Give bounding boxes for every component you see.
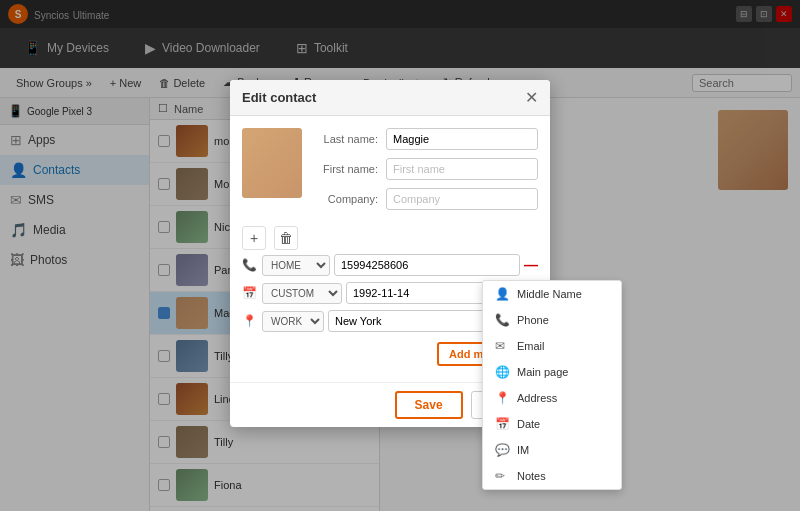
im-icon: 💬: [495, 443, 509, 457]
first-name-row: First name:: [314, 158, 538, 180]
add-field-button[interactable]: +: [242, 226, 266, 250]
address-icon: 📍: [495, 391, 509, 405]
main-page-icon: 🌐: [495, 365, 509, 379]
dropdown-item-middle-name[interactable]: 👤 Middle Name: [483, 281, 621, 307]
dropdown-item-email[interactable]: ✉ Email: [483, 333, 621, 359]
dialog-close-button[interactable]: ✕: [525, 88, 538, 107]
phone-field-row: 📞 HOMEWORKMOBILE —: [242, 254, 538, 276]
dropdown-item-main-page[interactable]: 🌐 Main page: [483, 359, 621, 385]
dropdown-item-phone[interactable]: 📞 Phone: [483, 307, 621, 333]
dialog-header: Edit contact ✕: [230, 80, 550, 116]
last-name-row: Last name:: [314, 128, 538, 150]
date-icon: 📅: [495, 417, 509, 431]
company-row: Company:: [314, 188, 538, 210]
add-more-dropdown: 👤 Middle Name 📞 Phone ✉ Email 🌐 Main pag…: [482, 280, 622, 490]
address-type-select[interactable]: WORKHOME: [262, 311, 324, 332]
phone-field-icon: 📞: [242, 258, 258, 272]
first-name-input[interactable]: [386, 158, 538, 180]
save-button[interactable]: Save: [395, 391, 463, 419]
company-input[interactable]: [386, 188, 538, 210]
phone-input[interactable]: [334, 254, 520, 276]
delete-field-button[interactable]: 🗑: [274, 226, 298, 250]
last-name-input[interactable]: [386, 128, 538, 150]
dialog-top: Last name: First name: Company:: [242, 128, 538, 218]
dialog-avatar: [242, 128, 302, 198]
dropdown-item-notes[interactable]: ✏ Notes: [483, 463, 621, 489]
date-type-select[interactable]: CUSTOMBIRTHDAY: [262, 283, 342, 304]
dropdown-item-im[interactable]: 💬 IM: [483, 437, 621, 463]
notes-icon: ✏: [495, 469, 509, 483]
phone-remove-button[interactable]: —: [524, 257, 538, 273]
email-icon: ✉: [495, 339, 509, 353]
dropdown-item-date[interactable]: 📅 Date: [483, 411, 621, 437]
middle-name-icon: 👤: [495, 287, 509, 301]
dropdown-item-address[interactable]: 📍 Address: [483, 385, 621, 411]
form-actions: + 🗑: [242, 218, 538, 254]
phone-type-select[interactable]: HOMEWORKMOBILE: [262, 255, 330, 276]
phone-icon: 📞: [495, 313, 509, 327]
address-field-icon: 📍: [242, 314, 258, 328]
date-field-icon: 📅: [242, 286, 258, 300]
dialog-title: Edit contact: [242, 90, 316, 105]
